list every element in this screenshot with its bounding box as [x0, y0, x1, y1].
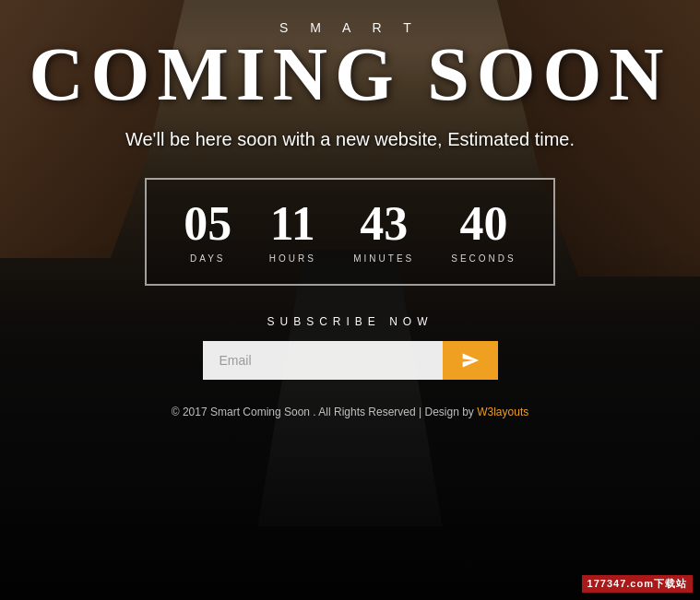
- hours-label: HOURS: [269, 253, 316, 264]
- footer-text: © 2017 Smart Coming Soon . All Rights Re…: [172, 406, 477, 418]
- countdown-hours: 11 HOURS: [268, 200, 316, 264]
- seconds-value: 40: [459, 200, 507, 248]
- subtitle-text: We'll be here soon with a new website, E…: [125, 129, 575, 150]
- subscribe-button[interactable]: [443, 341, 498, 380]
- seconds-label: SECONDS: [451, 253, 516, 264]
- days-label: DAYS: [190, 253, 226, 264]
- days-value: 05: [184, 200, 231, 248]
- footer-link[interactable]: W3layouts: [477, 406, 528, 418]
- countdown-days: 05 DAYS: [184, 200, 231, 264]
- minutes-label: MINUTES: [353, 253, 414, 264]
- minutes-value: 43: [360, 200, 408, 248]
- hours-value: 11: [270, 200, 315, 248]
- countdown-box: 05 DAYS 11 HOURS 43 MINUTES 40 SECONDS: [145, 178, 554, 286]
- subscribe-heading: SUBSCRIBE NOW: [267, 315, 433, 328]
- email-input[interactable]: [203, 341, 443, 380]
- main-content: S M A R T COMING SOON We'll be here soon…: [0, 0, 700, 600]
- subscribe-form: [203, 341, 498, 380]
- countdown-seconds: 40 SECONDS: [451, 200, 516, 264]
- watermark: 177347.com下载站: [582, 575, 693, 593]
- page-title: COMING SOON: [29, 37, 670, 112]
- countdown-minutes: 43 MINUTES: [353, 200, 414, 264]
- send-icon: [461, 351, 480, 370]
- footer: © 2017 Smart Coming Soon . All Rights Re…: [172, 406, 528, 418]
